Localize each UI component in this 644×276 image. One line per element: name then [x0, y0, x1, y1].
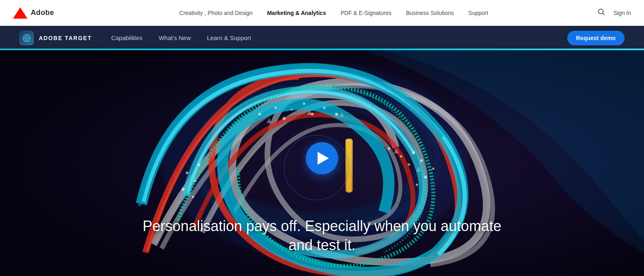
svg-marker-0	[13, 7, 27, 19]
sub-nav-links: Capabilities What's New Learn & Support	[111, 34, 567, 42]
top-navigation: Adobe Creativity , Photo and Design Mark…	[0, 0, 644, 26]
product-name: ADOBE TARGET	[39, 35, 92, 41]
svg-point-5	[26, 37, 27, 39]
sub-nav-link-capabilities[interactable]: Capabilities	[111, 34, 143, 41]
svg-rect-34	[192, 196, 194, 198]
nav-link-marketing[interactable]: Marketing & Analytics	[267, 10, 326, 16]
video-play-button-wrap	[306, 142, 338, 174]
nav-link-creativity[interactable]: Creativity , Photo and Design	[179, 10, 253, 16]
sub-nav-item-capabilities[interactable]: Capabilities	[111, 34, 143, 42]
nav-link-support[interactable]: Support	[468, 10, 488, 16]
target-icon	[22, 34, 31, 42]
adobe-logo-icon	[13, 7, 27, 19]
sub-nav-link-whats-new[interactable]: What's New	[159, 34, 191, 41]
hero-text-block: Personalisation pays off. Especially whe…	[0, 217, 644, 255]
play-button[interactable]	[306, 142, 338, 174]
hero-headline-line2: and test it.	[288, 237, 356, 253]
svg-rect-18	[291, 109, 293, 111]
top-nav-right: Sign In	[597, 8, 631, 18]
nav-item-pdf[interactable]: PDF & E-Signatures	[341, 9, 391, 17]
search-icon	[597, 8, 605, 16]
product-icon	[19, 31, 34, 45]
nav-item-marketing[interactable]: Marketing & Analytics	[267, 9, 326, 17]
request-demo-button[interactable]: Request demo	[567, 31, 625, 45]
adobe-logo-link[interactable]: Adobe	[13, 7, 54, 19]
sub-nav-item-learn-support[interactable]: Learn & Support	[207, 34, 251, 42]
svg-rect-29	[424, 176, 427, 179]
svg-line-2	[603, 13, 605, 15]
adobe-logo-text: Adobe	[31, 8, 54, 17]
svg-point-1	[599, 9, 604, 14]
sub-nav-item-whats-new[interactable]: What's New	[159, 34, 191, 42]
nav-link-pdf[interactable]: PDF & E-Signatures	[341, 10, 391, 16]
nav-item-creativity[interactable]: Creativity , Photo and Design	[179, 9, 253, 17]
nav-item-support[interactable]: Support	[468, 9, 488, 17]
sub-navigation: ADOBE TARGET Capabilities What's New Lea…	[0, 26, 644, 50]
product-brand: ADOBE TARGET	[19, 31, 92, 45]
sub-nav-link-learn-support[interactable]: Learn & Support	[207, 34, 251, 41]
hero-headline-line1: Personalisation pays off. Especially whe…	[143, 218, 501, 234]
top-nav-links: Creativity , Photo and Design Marketing …	[70, 9, 598, 17]
hero-section: Personalisation pays off. Especially whe…	[0, 50, 644, 276]
svg-rect-25	[412, 151, 415, 155]
signin-button[interactable]: Sign In	[613, 10, 631, 16]
search-button[interactable]	[597, 8, 605, 18]
svg-rect-21	[323, 107, 326, 109]
hero-headline: Personalisation pays off. Especially whe…	[0, 217, 644, 255]
nav-item-business[interactable]: Business Solutions	[406, 9, 454, 17]
nav-link-business[interactable]: Business Solutions	[406, 10, 454, 16]
